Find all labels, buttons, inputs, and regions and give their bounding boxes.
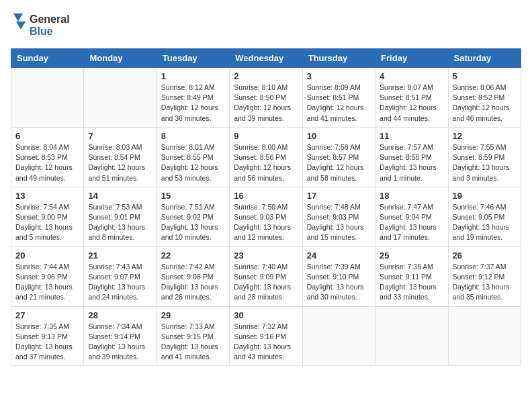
day-number: 18 — [380, 191, 443, 201]
calendar-cell — [84, 68, 157, 128]
day-info: Sunrise: 7:39 AMSunset: 9:10 PMDaylight:… — [307, 262, 371, 303]
calendar-cell: 14Sunrise: 7:53 AMSunset: 9:01 PMDayligh… — [84, 187, 157, 246]
calendar-cell — [448, 306, 521, 366]
calendar-cell: 30Sunrise: 7:32 AMSunset: 9:16 PMDayligh… — [230, 306, 302, 366]
day-info: Sunrise: 7:34 AMSunset: 9:14 PMDaylight:… — [88, 322, 152, 363]
day-info: Sunrise: 7:32 AMSunset: 9:16 PMDaylight:… — [234, 322, 298, 363]
weekday-header-saturday: Saturday — [448, 49, 521, 68]
day-info: Sunrise: 8:09 AMSunset: 8:51 PMDaylight:… — [307, 83, 371, 124]
day-number: 24 — [307, 250, 371, 261]
calendar-cell: 5Sunrise: 8:06 AMSunset: 8:52 PMDaylight… — [448, 68, 521, 128]
day-info: Sunrise: 7:46 AMSunset: 9:05 PMDaylight:… — [453, 202, 517, 243]
day-number: 3 — [307, 71, 371, 81]
day-number: 29 — [161, 310, 225, 320]
week-row-4: 20Sunrise: 7:44 AMSunset: 9:06 PMDayligh… — [11, 246, 521, 306]
day-info: Sunrise: 7:37 AMSunset: 9:12 PMDaylight:… — [453, 262, 517, 303]
day-number: 2 — [234, 71, 298, 81]
day-info: Sunrise: 7:35 AMSunset: 9:13 PMDaylight:… — [15, 322, 79, 363]
svg-text:Blue: Blue — [30, 26, 53, 37]
calendar-cell: 3Sunrise: 8:09 AMSunset: 8:51 PMDaylight… — [302, 68, 375, 128]
day-number: 10 — [307, 131, 371, 141]
calendar-cell: 9Sunrise: 8:00 AMSunset: 8:56 PMDaylight… — [230, 127, 302, 187]
day-number: 22 — [161, 250, 225, 261]
day-number: 21 — [88, 250, 152, 261]
day-number: 9 — [234, 131, 298, 141]
day-number: 27 — [15, 310, 79, 320]
week-row-2: 6Sunrise: 8:04 AMSunset: 8:53 PMDaylight… — [11, 127, 521, 187]
calendar-cell: 1Sunrise: 8:12 AMSunset: 8:49 PMDaylight… — [157, 68, 229, 128]
day-info: Sunrise: 7:43 AMSunset: 9:07 PMDaylight:… — [88, 262, 152, 303]
day-number: 4 — [380, 71, 443, 81]
calendar-cell: 7Sunrise: 8:03 AMSunset: 8:54 PMDaylight… — [84, 127, 157, 187]
weekday-header-row: SundayMondayTuesdayWednesdayThursdayFrid… — [11, 49, 521, 68]
day-number: 7 — [88, 131, 152, 141]
day-number: 17 — [307, 191, 371, 201]
day-info: Sunrise: 7:44 AMSunset: 9:06 PMDaylight:… — [15, 262, 79, 303]
day-info: Sunrise: 7:57 AMSunset: 8:58 PMDaylight:… — [380, 142, 443, 183]
calendar-cell: 20Sunrise: 7:44 AMSunset: 9:06 PMDayligh… — [11, 246, 84, 306]
calendar-cell: 27Sunrise: 7:35 AMSunset: 9:13 PMDayligh… — [11, 306, 84, 366]
day-number: 25 — [380, 250, 443, 261]
calendar-cell: 11Sunrise: 7:57 AMSunset: 8:58 PMDayligh… — [375, 127, 448, 187]
calendar-cell — [11, 68, 84, 128]
day-number: 12 — [453, 131, 517, 141]
day-info: Sunrise: 7:48 AMSunset: 9:03 PMDaylight:… — [307, 202, 371, 243]
calendar-cell: 12Sunrise: 7:55 AMSunset: 8:59 PMDayligh… — [448, 127, 521, 187]
day-info: Sunrise: 7:53 AMSunset: 9:01 PMDaylight:… — [88, 202, 152, 243]
calendar-cell: 6Sunrise: 8:04 AMSunset: 8:53 PMDaylight… — [11, 127, 84, 187]
day-info: Sunrise: 8:01 AMSunset: 8:55 PMDaylight:… — [161, 142, 225, 183]
calendar-cell: 28Sunrise: 7:34 AMSunset: 9:14 PMDayligh… — [84, 306, 157, 366]
day-info: Sunrise: 7:55 AMSunset: 8:59 PMDaylight:… — [453, 142, 517, 183]
week-row-5: 27Sunrise: 7:35 AMSunset: 9:13 PMDayligh… — [11, 306, 521, 366]
calendar-header: SundayMondayTuesdayWednesdayThursdayFrid… — [11, 49, 521, 68]
header: GeneralBlue — [11, 11, 521, 40]
day-number: 23 — [234, 250, 298, 261]
day-number: 8 — [161, 131, 225, 141]
weekday-header-thursday: Thursday — [302, 49, 375, 68]
day-info: Sunrise: 8:06 AMSunset: 8:52 PMDaylight:… — [453, 83, 517, 124]
calendar-cell: 25Sunrise: 7:38 AMSunset: 9:11 PMDayligh… — [375, 246, 448, 306]
day-info: Sunrise: 7:42 AMSunset: 9:08 PMDaylight:… — [161, 262, 225, 303]
day-number: 19 — [453, 191, 517, 201]
day-number: 11 — [380, 131, 443, 141]
calendar-cell: 8Sunrise: 8:01 AMSunset: 8:55 PMDaylight… — [157, 127, 229, 187]
day-info: Sunrise: 7:54 AMSunset: 9:00 PMDaylight:… — [15, 202, 79, 243]
weekday-header-sunday: Sunday — [11, 49, 84, 68]
day-info: Sunrise: 8:10 AMSunset: 8:50 PMDaylight:… — [234, 83, 298, 124]
day-info: Sunrise: 8:04 AMSunset: 8:53 PMDaylight:… — [15, 142, 79, 183]
svg-marker-3 — [16, 21, 26, 30]
calendar-cell: 10Sunrise: 7:58 AMSunset: 8:57 PMDayligh… — [302, 127, 375, 187]
calendar-cell: 23Sunrise: 7:40 AMSunset: 9:09 PMDayligh… — [230, 246, 302, 306]
weekday-header-tuesday: Tuesday — [157, 49, 229, 68]
svg-text:General: General — [30, 13, 70, 25]
weekday-header-friday: Friday — [375, 49, 448, 68]
calendar-cell — [302, 306, 375, 366]
day-number: 5 — [453, 71, 517, 81]
calendar-cell: 22Sunrise: 7:42 AMSunset: 9:08 PMDayligh… — [157, 246, 229, 306]
week-row-1: 1Sunrise: 8:12 AMSunset: 8:49 PMDaylight… — [11, 68, 521, 128]
calendar-cell: 2Sunrise: 8:10 AMSunset: 8:50 PMDaylight… — [230, 68, 302, 128]
generalblue-logo: GeneralBlue — [11, 11, 71, 40]
calendar-cell: 15Sunrise: 7:51 AMSunset: 9:02 PMDayligh… — [157, 187, 229, 246]
day-number: 1 — [161, 71, 225, 81]
day-info: Sunrise: 7:58 AMSunset: 8:57 PMDaylight:… — [307, 142, 371, 183]
calendar-cell: 17Sunrise: 7:48 AMSunset: 9:03 PMDayligh… — [302, 187, 375, 246]
calendar-body: 1Sunrise: 8:12 AMSunset: 8:49 PMDaylight… — [11, 68, 521, 366]
day-number: 13 — [15, 191, 79, 201]
weekday-header-wednesday: Wednesday — [230, 49, 302, 68]
day-number: 6 — [15, 131, 79, 141]
calendar-cell: 13Sunrise: 7:54 AMSunset: 9:00 PMDayligh… — [11, 187, 84, 246]
day-number: 16 — [234, 191, 298, 201]
calendar-cell: 18Sunrise: 7:47 AMSunset: 9:04 PMDayligh… — [375, 187, 448, 246]
day-info: Sunrise: 7:50 AMSunset: 9:03 PMDaylight:… — [234, 202, 298, 243]
day-number: 20 — [15, 250, 79, 261]
day-number: 14 — [88, 191, 152, 201]
logo: GeneralBlue — [11, 11, 71, 40]
day-number: 26 — [453, 250, 517, 261]
weekday-header-monday: Monday — [84, 49, 157, 68]
calendar-cell: 26Sunrise: 7:37 AMSunset: 9:12 PMDayligh… — [448, 246, 521, 306]
day-number: 28 — [88, 310, 152, 320]
day-info: Sunrise: 7:51 AMSunset: 9:02 PMDaylight:… — [161, 202, 225, 243]
day-info: Sunrise: 8:03 AMSunset: 8:54 PMDaylight:… — [88, 142, 152, 183]
day-info: Sunrise: 7:33 AMSunset: 9:15 PMDaylight:… — [161, 322, 225, 363]
